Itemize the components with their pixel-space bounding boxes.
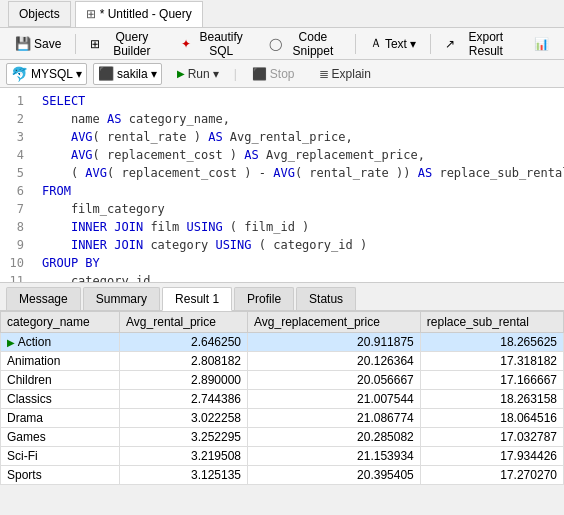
table-row[interactable]: Games3.25229520.28508217.032787 bbox=[1, 428, 564, 447]
run-button[interactable]: ▶ Run ▾ bbox=[168, 64, 228, 84]
th-category-name: category_name bbox=[1, 312, 120, 333]
monitor-icon: 📊 bbox=[534, 37, 549, 51]
explain-button[interactable]: ≣ Explain bbox=[310, 64, 380, 84]
code-line-1: 1 SELECT bbox=[0, 92, 564, 110]
save-icon: 💾 bbox=[15, 36, 31, 51]
active-row-marker: ▶ bbox=[7, 337, 18, 348]
beautify-icon: ✦ bbox=[181, 37, 191, 51]
toolbar: 💾 Save ⊞ Query Builder ✦ Beautify SQL ◯ … bbox=[0, 28, 564, 60]
code-snippet-icon: ◯ bbox=[269, 37, 282, 51]
code-line-4: 4 AVG( replacement_cost ) AS Avg_replace… bbox=[0, 146, 564, 164]
mysql-icon: 🐬 bbox=[11, 66, 28, 82]
code-line-2: 2 name AS category_name, bbox=[0, 110, 564, 128]
code-line-5: 5 ( AVG( replacement_cost ) - AVG( renta… bbox=[0, 164, 564, 182]
query-tab[interactable]: ⊞ * Untitled - Query bbox=[75, 1, 203, 27]
table-row[interactable]: ▶ Action2.64625020.91187518.265625 bbox=[1, 333, 564, 352]
beautify-button[interactable]: ✦ Beautify SQL bbox=[172, 32, 258, 56]
table-row[interactable]: Sports3.12513520.39540517.270270 bbox=[1, 466, 564, 485]
db-name-label: sakila bbox=[117, 67, 148, 81]
table-row[interactable]: Sci-Fi3.21950821.15393417.934426 bbox=[1, 447, 564, 466]
code-line-9: 9 INNER JOIN category USING ( category_i… bbox=[0, 236, 564, 254]
query-builder-icon: ⊞ bbox=[90, 37, 100, 51]
text-button[interactable]: Ａ Text ▾ bbox=[361, 32, 425, 56]
explain-icon: ≣ bbox=[319, 67, 329, 81]
db-type-selector[interactable]: 🐬 MYSQL ▾ bbox=[6, 63, 87, 85]
data-table-container[interactable]: category_name Avg_rental_price Avg_repla… bbox=[0, 311, 564, 485]
table-header-row: category_name Avg_rental_price Avg_repla… bbox=[1, 312, 564, 333]
run-bar: 🐬 MYSQL ▾ ⬛ sakila ▾ ▶ Run ▾ | ⬛ Stop ≣ … bbox=[0, 60, 564, 88]
separator-2 bbox=[355, 34, 356, 54]
text-dropdown-icon: ▾ bbox=[410, 37, 416, 51]
table-row[interactable]: Animation2.80818220.12636417.318182 bbox=[1, 352, 564, 371]
result-tabs: Message Summary Result 1 Profile Status bbox=[0, 283, 564, 311]
run-triangle-icon: ▶ bbox=[177, 68, 185, 79]
th-avg-rental: Avg_rental_price bbox=[120, 312, 248, 333]
db-type-chevron: ▾ bbox=[76, 67, 82, 81]
th-replace-sub: replace_sub_rental bbox=[420, 312, 563, 333]
code-snippet-button[interactable]: ◯ Code Snippet bbox=[260, 32, 350, 56]
results-table: category_name Avg_rental_price Avg_repla… bbox=[0, 311, 564, 485]
tab-message[interactable]: Message bbox=[6, 287, 81, 310]
query-tab-icon: ⊞ bbox=[86, 7, 96, 21]
objects-tab-label: Objects bbox=[19, 7, 60, 21]
tab-summary[interactable]: Summary bbox=[83, 287, 160, 310]
db-type-label: MYSQL bbox=[31, 67, 73, 81]
title-bar: Objects ⊞ * Untitled - Query bbox=[0, 0, 564, 28]
tab-profile[interactable]: Profile bbox=[234, 287, 294, 310]
stop-icon: ⬛ bbox=[252, 67, 267, 81]
monitor-button[interactable]: 📊 bbox=[525, 32, 558, 56]
objects-tab[interactable]: Objects bbox=[8, 1, 71, 27]
tab-result1[interactable]: Result 1 bbox=[162, 287, 232, 311]
table-row[interactable]: Drama3.02225821.08677418.064516 bbox=[1, 409, 564, 428]
code-line-10: 10 GROUP BY bbox=[0, 254, 564, 272]
query-builder-button[interactable]: ⊞ Query Builder bbox=[81, 32, 169, 56]
run-dropdown-icon: ▾ bbox=[213, 67, 219, 81]
db-name-chevron: ▾ bbox=[151, 67, 157, 81]
code-line-6: 6 FROM bbox=[0, 182, 564, 200]
save-button[interactable]: 💾 Save bbox=[6, 32, 70, 56]
table-row[interactable]: Classics2.74438621.00754418.263158 bbox=[1, 390, 564, 409]
th-avg-replacement: Avg_replacement_price bbox=[248, 312, 421, 333]
code-line-7: 7 film_category bbox=[0, 200, 564, 218]
query-tab-label: * Untitled - Query bbox=[100, 7, 192, 21]
db-name-selector[interactable]: ⬛ sakila ▾ bbox=[93, 63, 162, 85]
tab-status[interactable]: Status bbox=[296, 287, 356, 310]
code-line-3: 3 AVG( rental_rate ) AS Avg_rental_price… bbox=[0, 128, 564, 146]
separator-1 bbox=[75, 34, 76, 54]
export-icon: ↗ bbox=[445, 37, 455, 51]
table-row[interactable]: Children2.89000020.05666717.166667 bbox=[1, 371, 564, 390]
separator-3 bbox=[430, 34, 431, 54]
code-editor[interactable]: 1 SELECT 2 name AS category_name, 3 AVG(… bbox=[0, 88, 564, 283]
export-result-button[interactable]: ↗ Export Result bbox=[436, 32, 523, 56]
code-line-11: 11 category_id bbox=[0, 272, 564, 283]
db-icon: ⬛ bbox=[98, 66, 114, 81]
stop-button[interactable]: ⬛ Stop bbox=[243, 64, 304, 84]
text-icon: Ａ bbox=[370, 35, 382, 52]
run-separator: | bbox=[234, 67, 237, 81]
code-line-8: 8 INNER JOIN film USING ( film_id ) bbox=[0, 218, 564, 236]
